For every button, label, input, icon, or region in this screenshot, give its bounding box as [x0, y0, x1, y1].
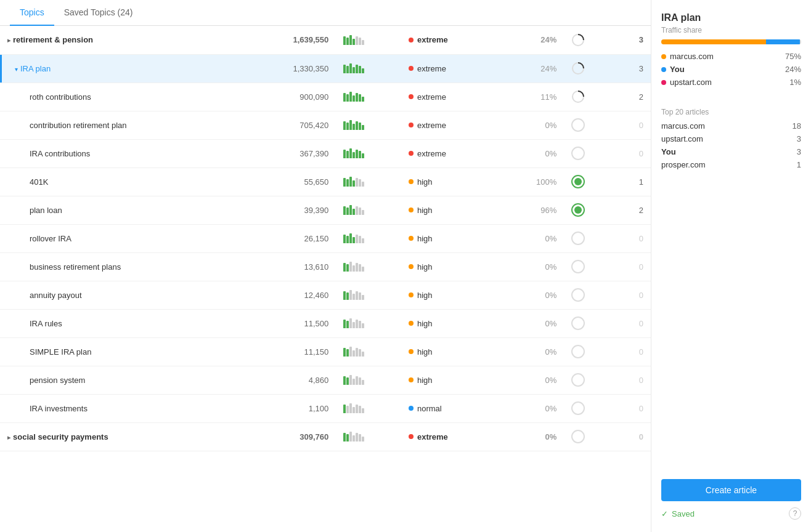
traffic-row: marcus.com 75%: [661, 52, 801, 61]
topic-name-cell: IRA investments: [0, 394, 244, 422]
expand-icon[interactable]: ▾: [15, 66, 18, 73]
articles-count-cell: 2: [616, 196, 651, 224]
table-row[interactable]: IRA rules 11,500 high 0% 0: [0, 309, 651, 337]
volume-cell: 900,090: [244, 83, 336, 111]
articles-count-cell: 0: [616, 422, 651, 451]
help-icon[interactable]: ?: [789, 507, 801, 520]
volume-cell: 11,500: [244, 309, 336, 337]
competition-cell: extreme: [401, 26, 500, 54]
competition-label: high: [417, 376, 433, 385]
competition-dot: [409, 208, 414, 212]
volume-cell: 11,150: [244, 337, 336, 366]
create-article-button[interactable]: Create article: [661, 479, 801, 501]
traffic-row: You 24%: [661, 65, 801, 74]
coverage-pct-cell: 100%: [500, 167, 564, 196]
table-row[interactable]: plan loan 39,390 high 96% 2: [0, 196, 651, 224]
coverage-circle-cell: [564, 83, 616, 111]
topic-name: IRA rules: [30, 319, 62, 328]
topic-name-cell: IRA contributions: [0, 139, 244, 167]
articles-count-cell: 3: [616, 54, 651, 83]
competition-label: extreme: [417, 121, 446, 130]
competition-label: high: [417, 262, 433, 272]
table-row[interactable]: contribution retirement plan 705,420 ext…: [0, 111, 651, 139]
topic-name: IRA contributions: [30, 149, 90, 158]
coverage-circle-cell: [564, 309, 616, 337]
competition-dot: [409, 321, 414, 326]
competition-label: high: [417, 347, 433, 357]
bars-cell: [336, 309, 401, 337]
volume-cell: 55,650: [244, 167, 336, 196]
competition-cell: high: [401, 281, 500, 309]
volume-cell: 39,390: [244, 196, 336, 224]
topic-name-cell: ▾IRA plan: [0, 54, 244, 83]
bars-cell: [336, 26, 401, 54]
topic-name-cell: contribution retirement plan: [0, 111, 244, 139]
traffic-dot: [661, 54, 666, 59]
checkmark-icon: ✓: [661, 509, 668, 518]
table-row[interactable]: annuity payout 12,460 high 0% 0: [0, 281, 651, 309]
coverage-circle-cell: [564, 167, 616, 196]
article-row: You 3: [661, 147, 801, 156]
competition-label: extreme: [417, 149, 446, 158]
bars-cell: [336, 252, 401, 281]
articles-count-cell: 0: [616, 111, 651, 139]
competition-label: high: [417, 177, 433, 187]
articles-count-cell: 0: [616, 366, 651, 394]
bars-cell: [336, 224, 401, 252]
bars-cell: [336, 83, 401, 111]
coverage-pct-cell: 0%: [500, 394, 564, 422]
topic-name-cell: SIMPLE IRA plan: [0, 337, 244, 366]
traffic-segment-you: [766, 39, 799, 44]
coverage-pct-cell: 0%: [500, 224, 564, 252]
coverage-circle-cell: [564, 422, 616, 451]
table-row[interactable]: business retirement plans 13,610 high 0%…: [0, 252, 651, 281]
coverage-pct-cell: 96%: [500, 196, 564, 224]
tab-topics[interactable]: Topics: [10, 0, 54, 26]
table-row[interactable]: ▸social security payments 309,760 extrem…: [0, 422, 651, 451]
table-row[interactable]: rollover IRA 26,150 high 0% 0: [0, 224, 651, 252]
article-row: marcus.com 18: [661, 121, 801, 131]
competition-dot: [409, 236, 414, 241]
expand-icon[interactable]: ▸: [7, 434, 10, 441]
volume-cell: 1,639,550: [244, 26, 336, 54]
table-row[interactable]: IRA contributions 367,390 extreme 0% 0: [0, 139, 651, 167]
competition-dot: [409, 179, 414, 184]
volume-cell: 309,760: [244, 422, 336, 451]
competition-cell: extreme: [401, 422, 500, 451]
expand-icon[interactable]: ▸: [7, 37, 10, 44]
articles-count-cell: 0: [616, 394, 651, 422]
sidebar-title: IRA plan: [661, 12, 801, 23]
topic-name-cell: annuity payout: [0, 281, 244, 309]
topic-name-cell: ▸social security payments: [0, 422, 244, 451]
topic-name: contribution retirement plan: [30, 121, 127, 130]
table-row[interactable]: pension system 4,860 high 0% 0: [0, 366, 651, 394]
topic-name-cell: rollover IRA: [0, 224, 244, 252]
coverage-pct-cell: 24%: [500, 54, 564, 83]
traffic-dot: [661, 80, 666, 85]
tab-saved-topics[interactable]: Saved Topics (24): [54, 0, 143, 26]
topic-name-cell: ▸retirement & pension: [0, 26, 244, 54]
table-row[interactable]: ▾IRA plan 1,330,350 extreme 24% 3: [0, 54, 651, 83]
table-row[interactable]: SIMPLE IRA plan 11,150 high 0% 0: [0, 337, 651, 366]
articles-count-cell: 0: [616, 224, 651, 252]
topic-name: roth contributions: [30, 92, 91, 102]
table-row[interactable]: IRA investments 1,100 normal 0% 0: [0, 394, 651, 422]
competition-dot: [409, 66, 414, 71]
coverage-circle-cell: [564, 366, 616, 394]
topic-name: IRA investments: [30, 404, 88, 413]
competition-cell: extreme: [401, 111, 500, 139]
topic-name-cell: IRA rules: [0, 309, 244, 337]
table-row[interactable]: roth contributions 900,090 extreme 11% 2: [0, 83, 651, 111]
table-row[interactable]: ▸retirement & pension 1,639,550 extreme …: [0, 26, 651, 54]
coverage-circle-cell: [564, 111, 616, 139]
competition-cell: extreme: [401, 139, 500, 167]
topic-name-cell: business retirement plans: [0, 252, 244, 281]
coverage-circle-cell: [564, 281, 616, 309]
tabs-bar: Topics Saved Topics (24): [0, 0, 651, 26]
competition-dot: [409, 123, 414, 127]
table-row[interactable]: 401K 55,650 high 100% 1: [0, 167, 651, 196]
traffic-pct: 24%: [785, 65, 801, 74]
traffic-domain: You: [670, 65, 685, 74]
articles-count-cell: 0: [616, 337, 651, 366]
volume-cell: 26,150: [244, 224, 336, 252]
